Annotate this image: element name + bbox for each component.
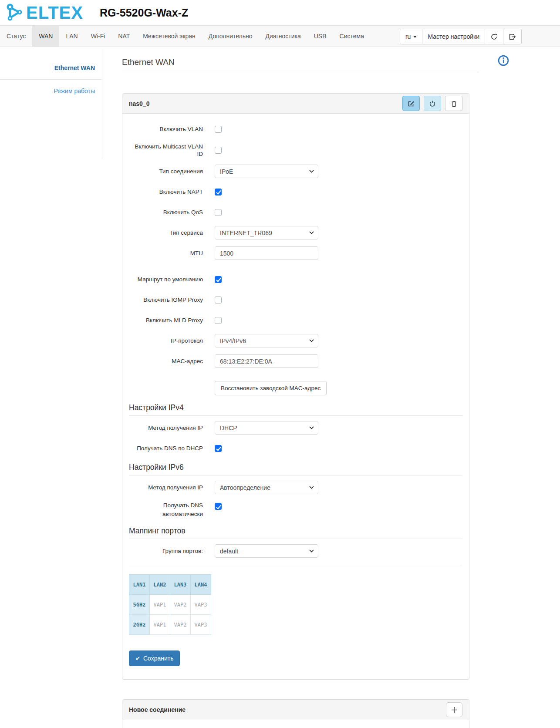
edit-connection-button[interactable] <box>402 96 420 111</box>
multicast-vlan-checkbox[interactable] <box>215 147 222 154</box>
chevron-down-icon <box>309 486 314 489</box>
connection-panel: nas0_0 <box>122 93 469 680</box>
navbar-actions: ru Мастер настройки <box>400 29 522 44</box>
igmp-proxy-checkbox[interactable] <box>215 297 222 303</box>
delete-connection-button[interactable] <box>445 96 462 111</box>
check-icon: ✔ <box>135 656 140 661</box>
port-cell-lan2[interactable]: LAN2 <box>150 575 170 595</box>
info-button[interactable] <box>498 55 509 68</box>
nav-tab-nat[interactable]: NAT <box>111 26 136 47</box>
ipv6-dns-auto-checkbox[interactable] <box>215 503 222 510</box>
sidebar-item-ethernet-wan[interactable]: Ethernet WAN <box>0 57 102 80</box>
brand-wordmark: ELTEX <box>26 4 83 21</box>
form-row: Тип сервиса INTERNET_TR069 <box>129 226 462 239</box>
toggle-connection-button[interactable] <box>424 96 441 111</box>
sidebar: Ethernet WAN Режим работы <box>0 49 102 159</box>
field-label: MTU <box>129 249 203 257</box>
vap-cell[interactable]: VAP1 <box>150 595 170 615</box>
eltex-logo-icon <box>4 3 24 23</box>
band-cell-2ghz[interactable]: 2GHz <box>129 615 150 635</box>
nav-tab-system[interactable]: Система <box>333 26 371 47</box>
nav-tab-lan[interactable]: LAN <box>59 26 84 47</box>
nav-tab-status[interactable]: Статус <box>0 26 32 47</box>
vap-cell[interactable]: VAP2 <box>170 615 191 635</box>
new-connection-header: Новое соединение <box>122 700 469 720</box>
app-header: ELTEX RG-5520G-Wax-Z <box>0 0 560 25</box>
form-row: MTU <box>129 246 462 260</box>
new-connection-body <box>122 720 469 728</box>
field-label: Тип сервиса <box>129 229 203 236</box>
ip-protocol-select[interactable]: IPv4/IPv6 <box>215 334 318 347</box>
vap-cell[interactable]: VAP3 <box>191 595 211 615</box>
connection-form: Включить VLAN Включить Multicast VLAN ID… <box>122 114 469 679</box>
port-mapping-table: LAN1 LAN2 LAN3 LAN4 5GHz VAP1 VAP2 VAP3 … <box>129 574 211 635</box>
device-model-title: RG-5520G-Wax-Z <box>100 7 188 19</box>
logout-icon <box>509 33 516 40</box>
field-label: Включить NAPT <box>129 188 203 195</box>
refresh-icon <box>490 33 498 40</box>
default-route-checkbox[interactable] <box>215 276 222 283</box>
chevron-down-icon <box>309 231 314 234</box>
mld-proxy-checkbox[interactable] <box>215 317 222 324</box>
vap-cell[interactable]: VAP3 <box>191 615 211 635</box>
logout-button[interactable] <box>503 29 521 44</box>
save-button[interactable]: ✔ Сохранить <box>129 650 180 666</box>
napt-checkbox[interactable] <box>215 189 222 195</box>
nav-tab-wifi[interactable]: Wi-Fi <box>84 26 112 47</box>
plus-icon <box>451 707 458 713</box>
sidebar-item-work-mode[interactable]: Режим работы <box>0 80 102 102</box>
restore-mac-button[interactable]: Восстановить заводской MAC-адрес <box>215 381 327 395</box>
section-divider <box>129 475 462 475</box>
ipv6-ip-method-select[interactable]: Автоопределение <box>215 481 318 494</box>
form-row: Восстановить заводской MAC-адрес <box>215 381 462 395</box>
nav-tab-advanced[interactable]: Дополнительно <box>202 26 259 47</box>
nav-tab-diagnostics[interactable]: Диагностика <box>259 26 307 47</box>
field-label: IP-протокол <box>129 337 203 344</box>
port-table-row-2ghz: 2GHz VAP1 VAP2 VAP3 <box>129 615 211 635</box>
qos-checkbox[interactable] <box>215 209 222 216</box>
main-navbar: Статус WAN LAN Wi-Fi NAT Межсетевой экра… <box>0 25 560 47</box>
ipv4-ip-method-select[interactable]: DHCP <box>215 421 318 435</box>
port-table-row-5ghz: 5GHz VAP1 VAP2 VAP3 <box>129 595 211 615</box>
port-mapping-section-title: Маппинг портов <box>129 526 462 536</box>
vap-cell[interactable]: VAP2 <box>170 595 191 615</box>
ipv4-dns-dhcp-checkbox[interactable] <box>215 445 222 452</box>
field-label: Включить VLAN <box>129 125 203 133</box>
section-divider <box>129 539 462 539</box>
main-content: Ethernet WAN nas0_0 <box>122 47 481 728</box>
chevron-down-icon <box>309 426 314 429</box>
field-label: Включить QoS <box>129 209 203 216</box>
nav-tab-wan[interactable]: WAN <box>32 26 59 47</box>
field-label: Включить IGMP Proxy <box>129 296 203 303</box>
port-group-select[interactable]: default <box>215 544 318 558</box>
trash-icon <box>451 100 457 107</box>
setup-wizard-label: Мастер настройки <box>428 33 479 40</box>
form-row: IP-протокол IPv4/IPv6 <box>129 334 462 347</box>
service-type-select[interactable]: INTERNET_TR069 <box>215 226 318 239</box>
port-cell-lan1[interactable]: LAN1 <box>129 575 150 595</box>
port-table-header-row: LAN1 LAN2 LAN3 LAN4 <box>129 575 211 595</box>
form-row: Включить NAPT <box>129 185 462 199</box>
brand-logo: ELTEX <box>4 3 83 23</box>
add-connection-button[interactable] <box>446 702 462 717</box>
mtu-input[interactable] <box>215 246 318 260</box>
info-icon <box>498 55 509 66</box>
port-cell-lan4[interactable]: LAN4 <box>191 575 211 595</box>
mac-address-input[interactable] <box>215 354 318 368</box>
refresh-button[interactable] <box>485 29 503 44</box>
setup-wizard-button[interactable]: Мастер настройки <box>422 29 485 44</box>
nav-tab-usb[interactable]: USB <box>307 26 333 47</box>
nav-tab-firewall[interactable]: Межсетевой экран <box>136 26 202 47</box>
connection-name: nas0_0 <box>129 100 149 107</box>
vap-cell[interactable]: VAP1 <box>150 615 170 635</box>
field-label: Метод получения IP <box>129 484 203 491</box>
page-layout: Ethernet WAN Режим работы Ethernet WAN n… <box>0 47 560 728</box>
chevron-down-icon <box>309 170 314 173</box>
connection-type-select[interactable]: IPoE <box>215 165 318 178</box>
connection-panel-header: nas0_0 <box>122 94 469 114</box>
port-cell-lan3[interactable]: LAN3 <box>170 575 191 595</box>
field-label: Получать DNS автоматически <box>129 501 203 519</box>
vlan-checkbox[interactable] <box>215 126 222 133</box>
language-select[interactable]: ru <box>400 29 422 44</box>
band-cell-5ghz[interactable]: 5GHz <box>129 595 150 615</box>
